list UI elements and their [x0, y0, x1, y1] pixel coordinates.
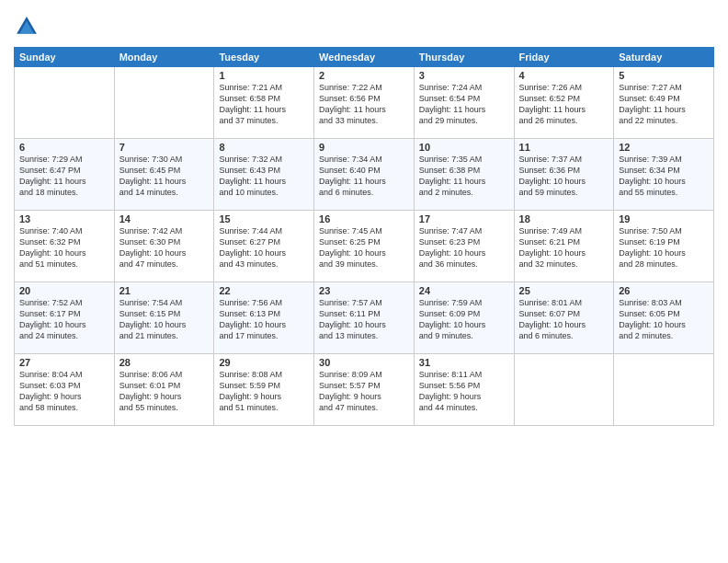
day-cell: 5Sunrise: 7:27 AM Sunset: 6:49 PM Daylig… [614, 67, 714, 139]
logo-icon [14, 14, 40, 40]
day-cell: 11Sunrise: 7:37 AM Sunset: 6:36 PM Dayli… [514, 139, 614, 211]
day-details: Sunrise: 7:34 AM Sunset: 6:40 PM Dayligh… [319, 154, 409, 199]
day-number: 15 [219, 213, 309, 224]
week-row-2: 6Sunrise: 7:29 AM Sunset: 6:47 PM Daylig… [15, 139, 714, 211]
day-details: Sunrise: 7:56 AM Sunset: 6:13 PM Dayligh… [219, 297, 309, 342]
day-header-wednesday: Wednesday [314, 48, 415, 67]
week-row-4: 20Sunrise: 7:52 AM Sunset: 6:17 PM Dayli… [15, 282, 714, 354]
day-cell: 2Sunrise: 7:22 AM Sunset: 6:56 PM Daylig… [314, 67, 415, 139]
day-details: Sunrise: 7:54 AM Sunset: 6:15 PM Dayligh… [119, 297, 210, 342]
day-details: Sunrise: 7:37 AM Sunset: 6:36 PM Dayligh… [519, 154, 609, 199]
day-cell: 13Sunrise: 7:40 AM Sunset: 6:32 PM Dayli… [15, 211, 115, 282]
day-cell [614, 354, 714, 426]
day-number: 27 [19, 357, 109, 368]
day-details: Sunrise: 7:27 AM Sunset: 6:49 PM Dayligh… [619, 82, 709, 127]
day-details: Sunrise: 7:57 AM Sunset: 6:11 PM Dayligh… [319, 297, 409, 342]
day-details: Sunrise: 8:08 AM Sunset: 5:59 PM Dayligh… [219, 369, 309, 414]
day-cell: 28Sunrise: 8:06 AM Sunset: 6:01 PM Dayli… [114, 354, 214, 426]
week-row-1: 1Sunrise: 7:21 AM Sunset: 6:58 PM Daylig… [15, 67, 714, 139]
day-number: 4 [519, 70, 609, 81]
day-number: 21 [119, 285, 210, 296]
day-cell: 3Sunrise: 7:24 AM Sunset: 6:54 PM Daylig… [414, 67, 514, 139]
day-details: Sunrise: 8:06 AM Sunset: 6:01 PM Dayligh… [119, 369, 210, 414]
day-number: 19 [619, 213, 709, 224]
day-number: 5 [619, 70, 709, 81]
day-number: 7 [119, 142, 210, 153]
day-details: Sunrise: 7:35 AM Sunset: 6:38 PM Dayligh… [419, 154, 509, 199]
day-number: 20 [19, 285, 109, 296]
day-number: 8 [219, 142, 309, 153]
day-header-friday: Friday [514, 48, 614, 67]
day-cell [15, 67, 115, 139]
day-details: Sunrise: 7:40 AM Sunset: 6:32 PM Dayligh… [19, 225, 109, 270]
day-number: 29 [219, 357, 309, 368]
day-details: Sunrise: 7:39 AM Sunset: 6:34 PM Dayligh… [619, 154, 709, 199]
day-cell: 16Sunrise: 7:45 AM Sunset: 6:25 PM Dayli… [314, 211, 415, 282]
day-details: Sunrise: 8:01 AM Sunset: 6:07 PM Dayligh… [519, 297, 609, 342]
day-details: Sunrise: 8:03 AM Sunset: 6:05 PM Dayligh… [619, 297, 709, 342]
page-container: SundayMondayTuesdayWednesdayThursdayFrid… [0, 0, 728, 435]
day-details: Sunrise: 7:52 AM Sunset: 6:17 PM Dayligh… [19, 297, 109, 342]
day-cell: 18Sunrise: 7:49 AM Sunset: 6:21 PM Dayli… [514, 211, 614, 282]
day-header-monday: Monday [114, 48, 214, 67]
day-number: 12 [619, 142, 709, 153]
day-cell: 31Sunrise: 8:11 AM Sunset: 5:56 PM Dayli… [414, 354, 514, 426]
day-cell: 7Sunrise: 7:30 AM Sunset: 6:45 PM Daylig… [114, 139, 214, 211]
day-details: Sunrise: 7:44 AM Sunset: 6:27 PM Dayligh… [219, 225, 309, 270]
day-number: 17 [419, 213, 509, 224]
day-number: 24 [419, 285, 509, 296]
day-cell: 10Sunrise: 7:35 AM Sunset: 6:38 PM Dayli… [414, 139, 514, 211]
day-header-thursday: Thursday [414, 48, 514, 67]
day-details: Sunrise: 7:29 AM Sunset: 6:47 PM Dayligh… [19, 154, 109, 199]
day-details: Sunrise: 7:21 AM Sunset: 6:58 PM Dayligh… [219, 82, 309, 127]
day-number: 11 [519, 142, 609, 153]
day-number: 6 [19, 142, 109, 153]
day-number: 18 [519, 213, 609, 224]
calendar-table: SundayMondayTuesdayWednesdayThursdayFrid… [14, 47, 714, 426]
day-cell: 26Sunrise: 8:03 AM Sunset: 6:05 PM Dayli… [614, 282, 714, 354]
day-number: 25 [519, 285, 609, 296]
day-cell: 15Sunrise: 7:44 AM Sunset: 6:27 PM Dayli… [214, 211, 314, 282]
day-header-saturday: Saturday [614, 48, 714, 67]
day-number: 14 [119, 213, 210, 224]
day-details: Sunrise: 7:50 AM Sunset: 6:19 PM Dayligh… [619, 225, 709, 270]
day-details: Sunrise: 7:30 AM Sunset: 6:45 PM Dayligh… [119, 154, 210, 199]
day-cell: 27Sunrise: 8:04 AM Sunset: 6:03 PM Dayli… [15, 354, 115, 426]
day-number: 3 [419, 70, 509, 81]
day-header-sunday: Sunday [15, 48, 115, 67]
day-number: 9 [319, 142, 409, 153]
day-number: 10 [419, 142, 509, 153]
day-cell: 4Sunrise: 7:26 AM Sunset: 6:52 PM Daylig… [514, 67, 614, 139]
day-cell: 29Sunrise: 8:08 AM Sunset: 5:59 PM Dayli… [214, 354, 314, 426]
day-number: 16 [319, 213, 409, 224]
day-number: 1 [219, 70, 309, 81]
day-cell: 6Sunrise: 7:29 AM Sunset: 6:47 PM Daylig… [15, 139, 115, 211]
day-cell: 23Sunrise: 7:57 AM Sunset: 6:11 PM Dayli… [314, 282, 415, 354]
day-number: 23 [319, 285, 409, 296]
logo [14, 14, 43, 40]
day-details: Sunrise: 8:11 AM Sunset: 5:56 PM Dayligh… [419, 369, 509, 414]
day-cell: 21Sunrise: 7:54 AM Sunset: 6:15 PM Dayli… [114, 282, 214, 354]
week-row-3: 13Sunrise: 7:40 AM Sunset: 6:32 PM Dayli… [15, 211, 714, 282]
header [14, 9, 714, 40]
week-row-5: 27Sunrise: 8:04 AM Sunset: 6:03 PM Dayli… [15, 354, 714, 426]
day-details: Sunrise: 7:24 AM Sunset: 6:54 PM Dayligh… [419, 82, 509, 127]
day-details: Sunrise: 8:09 AM Sunset: 5:57 PM Dayligh… [319, 369, 409, 414]
day-cell: 14Sunrise: 7:42 AM Sunset: 6:30 PM Dayli… [114, 211, 214, 282]
header-row: SundayMondayTuesdayWednesdayThursdayFrid… [15, 48, 714, 67]
day-details: Sunrise: 7:42 AM Sunset: 6:30 PM Dayligh… [119, 225, 210, 270]
day-cell: 12Sunrise: 7:39 AM Sunset: 6:34 PM Dayli… [614, 139, 714, 211]
day-number: 2 [319, 70, 409, 81]
day-cell: 24Sunrise: 7:59 AM Sunset: 6:09 PM Dayli… [414, 282, 514, 354]
day-number: 28 [119, 357, 210, 368]
day-number: 13 [19, 213, 109, 224]
day-cell: 25Sunrise: 8:01 AM Sunset: 6:07 PM Dayli… [514, 282, 614, 354]
day-cell: 1Sunrise: 7:21 AM Sunset: 6:58 PM Daylig… [214, 67, 314, 139]
day-details: Sunrise: 7:22 AM Sunset: 6:56 PM Dayligh… [319, 82, 409, 127]
day-header-tuesday: Tuesday [214, 48, 314, 67]
day-cell: 17Sunrise: 7:47 AM Sunset: 6:23 PM Dayli… [414, 211, 514, 282]
day-details: Sunrise: 7:32 AM Sunset: 6:43 PM Dayligh… [219, 154, 309, 199]
day-number: 22 [219, 285, 309, 296]
day-details: Sunrise: 7:49 AM Sunset: 6:21 PM Dayligh… [519, 225, 609, 270]
day-number: 26 [619, 285, 709, 296]
